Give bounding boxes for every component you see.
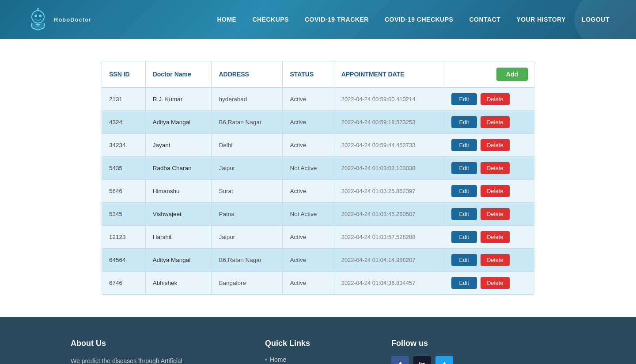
- footer: About Us We predict the diseases through…: [0, 317, 636, 364]
- cell-doctor: Radha Charan: [145, 157, 212, 180]
- col-address: ADDRESS: [212, 61, 283, 87]
- delete-button[interactable]: Delete: [481, 231, 510, 243]
- edit-button[interactable]: Edit: [451, 208, 477, 220]
- logo-area: RoboDoctor: [26, 8, 91, 31]
- about-title: About Us: [71, 339, 194, 348]
- cell-actions: Edit Delete: [444, 111, 534, 134]
- svg-point-1: [34, 15, 37, 17]
- edit-button[interactable]: Edit: [451, 139, 477, 151]
- cell-doctor: R.J. Kumar: [145, 87, 212, 111]
- nav-your-history[interactable]: YOUR HISTORY: [516, 16, 566, 23]
- cell-date: 2022-04-24 00:59:00.410214: [334, 87, 444, 111]
- table-row: 4324 Aditya Mangal B6,Ratan Nagar Active…: [102, 111, 534, 134]
- cell-status: Active: [283, 111, 334, 134]
- delete-button[interactable]: Delete: [481, 93, 510, 105]
- table-row: 5435 Radha Charan Jaipur Not Active 2022…: [102, 157, 534, 180]
- cell-address: hyderabad: [212, 87, 283, 111]
- nav-covid-checkups[interactable]: COVID-19 CHECKUPS: [385, 16, 454, 23]
- edit-button[interactable]: Edit: [451, 162, 477, 174]
- cell-doctor: Abhishek: [145, 272, 212, 295]
- col-actions: Add: [444, 61, 534, 87]
- col-doctor: Doctor Name: [145, 61, 212, 87]
- cell-actions: Edit Delete: [444, 249, 534, 272]
- cell-date: 2022-04-24 00:59:44.453733: [334, 134, 444, 157]
- cell-status: Active: [283, 272, 334, 295]
- cell-status: Active: [283, 134, 334, 157]
- cell-doctor: Aditya Mangal: [145, 249, 212, 272]
- cell-doctor: Vishwajeet: [145, 203, 212, 226]
- quicklink-home[interactable]: Home: [265, 356, 321, 363]
- cell-address: Bangalore: [212, 272, 283, 295]
- social-icons: f in t: [391, 356, 453, 364]
- delete-button[interactable]: Delete: [481, 254, 510, 266]
- svg-point-2: [39, 15, 42, 17]
- quicklinks-list: Home COVID-19 Tracker: [265, 356, 321, 364]
- twitter-icon[interactable]: t: [435, 356, 453, 364]
- delete-button[interactable]: Delete: [481, 208, 510, 220]
- cell-status: Active: [283, 226, 334, 249]
- col-date: APPOINTMENT DATE: [334, 61, 444, 87]
- cell-date: 2022-04-24 00:59:18.573253: [334, 111, 444, 134]
- edit-button[interactable]: Edit: [451, 93, 477, 105]
- footer-about: About Us We predict the diseases through…: [71, 339, 194, 364]
- cell-ssn: 4324: [102, 111, 145, 134]
- nav-checkups[interactable]: CHECKUPS: [252, 16, 289, 23]
- delete-button[interactable]: Delete: [481, 277, 510, 289]
- table-row: 2131 R.J. Kumar hyderabad Active 2022-04…: [102, 87, 534, 111]
- edit-button[interactable]: Edit: [451, 231, 477, 243]
- cell-actions: Edit Delete: [444, 180, 534, 203]
- cell-actions: Edit Delete: [444, 272, 534, 295]
- cell-address: Jaipur: [212, 157, 283, 180]
- logo-text: RoboDoctor: [54, 16, 91, 23]
- delete-button[interactable]: Delete: [481, 139, 510, 151]
- nav-covid-tracker[interactable]: COVID-19 TRACKER: [305, 16, 369, 23]
- edit-button[interactable]: Edit: [451, 185, 477, 197]
- cell-doctor: Harshit: [145, 226, 212, 249]
- main-nav: HOME CHECKUPS COVID-19 TRACKER COVID-19 …: [217, 16, 610, 23]
- cell-doctor: Himanshu: [145, 180, 212, 203]
- cell-ssn: 2131: [102, 87, 145, 111]
- cell-address: B6,Ratan Nagar: [212, 249, 283, 272]
- quicklinks-title: Quick Links: [265, 339, 321, 348]
- table-body: 2131 R.J. Kumar hyderabad Active 2022-04…: [102, 87, 534, 294]
- cell-ssn: 34234: [102, 134, 145, 157]
- cell-ssn: 5435: [102, 157, 145, 180]
- footer-follow: Follow us f in t: [391, 339, 453, 364]
- edit-button[interactable]: Edit: [451, 254, 477, 266]
- nav-home[interactable]: HOME: [217, 16, 236, 23]
- table-row: 5646 Himanshu Surat Active 2022-04-24 01…: [102, 180, 534, 203]
- cell-ssn: 5646: [102, 180, 145, 203]
- main-content: SSN ID Doctor Name ADDRESS STATUS APPOIN…: [0, 39, 636, 317]
- delete-button[interactable]: Delete: [481, 116, 510, 128]
- table-row: 5345 Vishwajeet Patna Not Active 2022-04…: [102, 203, 534, 226]
- nav-contact[interactable]: CONTACT: [469, 16, 500, 23]
- cell-status: Active: [283, 249, 334, 272]
- cell-ssn: 64564: [102, 249, 145, 272]
- cell-date: 2022-04-24 01:03:25.862397: [334, 180, 444, 203]
- edit-button[interactable]: Edit: [451, 116, 477, 128]
- edit-button[interactable]: Edit: [451, 277, 477, 289]
- cell-actions: Edit Delete: [444, 87, 534, 111]
- footer-quicklinks: Quick Links Home COVID-19 Tracker: [265, 339, 321, 364]
- cell-status: Active: [283, 180, 334, 203]
- facebook-icon[interactable]: f: [391, 356, 409, 364]
- appointments-table: SSN ID Doctor Name ADDRESS STATUS APPOIN…: [102, 61, 534, 294]
- cell-actions: Edit Delete: [444, 203, 534, 226]
- cell-address: B6,Ratan Nagar: [212, 111, 283, 134]
- cell-ssn: 6746: [102, 272, 145, 295]
- cell-date: 2022-04-24 01:03:45.260507: [334, 203, 444, 226]
- cell-address: Patna: [212, 203, 283, 226]
- cell-date: 2022-04-24 01:04:14.988207: [334, 249, 444, 272]
- cell-date: 2022-04-24 01:03:57.528208: [334, 226, 444, 249]
- cell-address: Surat: [212, 180, 283, 203]
- about-text: We predict the diseases through Artifici…: [71, 356, 194, 364]
- svg-point-0: [32, 11, 44, 23]
- table-header-row: SSN ID Doctor Name ADDRESS STATUS APPOIN…: [102, 61, 534, 87]
- cell-ssn: 12123: [102, 226, 145, 249]
- cell-status: Not Active: [283, 203, 334, 226]
- linkedin-icon[interactable]: in: [413, 356, 431, 364]
- delete-button[interactable]: Delete: [481, 185, 510, 197]
- cell-status: Not Active: [283, 157, 334, 180]
- add-button[interactable]: Add: [496, 68, 528, 81]
- delete-button[interactable]: Delete: [481, 162, 510, 174]
